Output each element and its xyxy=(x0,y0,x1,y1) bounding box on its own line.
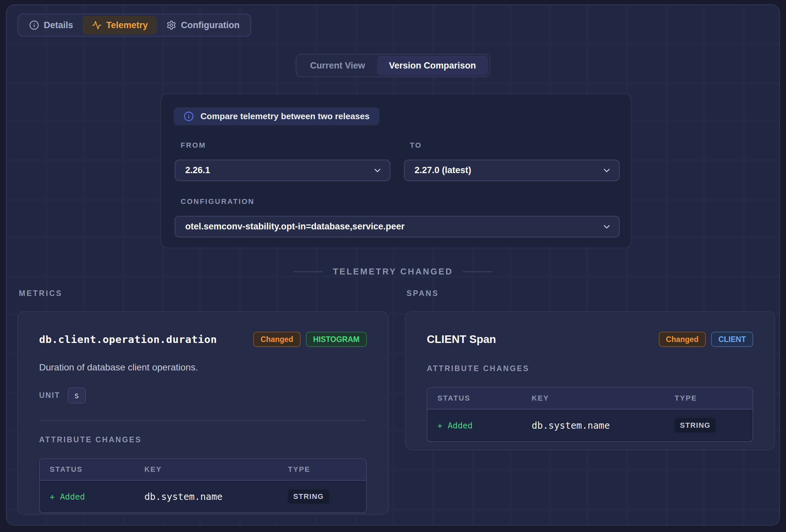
to-label: TO xyxy=(410,141,422,150)
from-version-value: 2.26.1 xyxy=(175,165,210,175)
span-name: CLIENT Span xyxy=(427,333,496,346)
telemetry-changed-label: TELEMETRY CHANGED xyxy=(333,266,453,277)
metric-name: db.client.operation.duration xyxy=(39,333,217,345)
attribute-changes-table: STATUS KEY TYPE + Added db.system.name S… xyxy=(39,458,367,513)
metric-badges: Changed HISTOGRAM xyxy=(253,332,367,347)
metric-card: db.client.operation.duration Changed HIS… xyxy=(17,311,389,515)
unit-label: UNIT xyxy=(39,391,60,400)
column-status: STATUS xyxy=(40,465,135,474)
version-comparison-panel: Compare telemetry between two releases F… xyxy=(160,93,631,248)
info-icon xyxy=(184,111,194,121)
to-version-value: 2.27.0 (latest) xyxy=(404,165,471,175)
status-text: Added xyxy=(448,421,472,430)
metric-card-header: db.client.operation.duration Changed HIS… xyxy=(39,332,367,347)
attribute-changes-table: STATUS KEY TYPE + Added db.system.name S… xyxy=(427,387,753,442)
info-icon xyxy=(29,20,39,30)
toggle-version-comparison[interactable]: Version Comparison xyxy=(377,56,488,75)
type-chip: STRING xyxy=(675,418,716,433)
span-card-header: CLIENT Span Changed CLIENT xyxy=(427,332,753,347)
span-badges: Changed CLIENT xyxy=(659,332,753,347)
card-divider xyxy=(39,420,367,421)
top-tab-bar: Details Telemetry Configuration xyxy=(18,14,251,37)
key-cell: db.system.name xyxy=(522,420,665,431)
column-key: KEY xyxy=(135,465,278,474)
configuration-value: otel.semconv-stability.opt-in=database,s… xyxy=(175,221,404,232)
type-cell: STRING xyxy=(278,489,366,504)
status-cell: + Added xyxy=(427,421,522,430)
tab-configuration-label: Configuration xyxy=(181,20,239,30)
metric-description: Duration of database client operations. xyxy=(39,362,367,373)
attribute-changes-label: ATTRIBUTE CHANGES xyxy=(427,364,753,373)
tab-telemetry[interactable]: Telemetry xyxy=(83,16,157,35)
table-header-row: STATUS KEY TYPE xyxy=(40,459,366,481)
column-type: TYPE xyxy=(278,465,366,474)
status-text: Added xyxy=(60,492,85,502)
changed-badge: Changed xyxy=(659,332,706,347)
metrics-section-label: METRICS xyxy=(19,289,63,298)
plus-icon: + xyxy=(437,421,442,430)
key-cell: db.system.name xyxy=(135,491,278,502)
status-cell: + Added xyxy=(40,492,135,502)
table-row: + Added db.system.name STRING xyxy=(40,481,366,512)
column-key: KEY xyxy=(522,394,665,403)
configuration-label: CONFIGURATION xyxy=(181,197,254,206)
attribute-changes-label: ATTRIBUTE CHANGES xyxy=(39,435,367,444)
telemetry-changed-divider: TELEMETRY CHANGED xyxy=(7,266,779,277)
info-banner-text: Compare telemetry between two releases xyxy=(201,111,369,121)
plus-icon: + xyxy=(50,492,55,502)
spans-section-label: SPANS xyxy=(407,289,439,298)
tab-details-label: Details xyxy=(44,20,73,30)
client-badge: CLIENT xyxy=(711,332,753,347)
from-label: FROM xyxy=(181,141,206,150)
divider-line xyxy=(463,271,492,272)
unit-row: UNIT s xyxy=(39,387,367,404)
column-type: TYPE xyxy=(665,394,753,403)
tab-details[interactable]: Details xyxy=(20,16,83,35)
main-container: Details Telemetry Configuration Current … xyxy=(6,4,780,526)
table-row: + Added db.system.name STRING xyxy=(427,410,753,441)
divider-line xyxy=(294,271,323,272)
view-mode-toggle: Current View Version Comparison xyxy=(296,54,490,77)
toggle-current-view[interactable]: Current View xyxy=(298,56,377,75)
type-cell: STRING xyxy=(665,418,753,433)
activity-icon xyxy=(92,20,102,30)
column-status: STATUS xyxy=(427,394,522,403)
type-chip: STRING xyxy=(288,489,329,504)
span-card: CLIENT Span Changed CLIENT ATTRIBUTE CHA… xyxy=(405,311,775,450)
unit-value-chip: s xyxy=(68,387,86,404)
info-banner: Compare telemetry between two releases xyxy=(174,107,379,125)
gear-icon xyxy=(166,20,176,30)
configuration-select[interactable]: otel.semconv-stability.opt-in=database,s… xyxy=(175,216,620,237)
tab-telemetry-label: Telemetry xyxy=(107,20,148,30)
from-version-select[interactable]: 2.26.1 xyxy=(175,160,390,181)
to-version-select[interactable]: 2.27.0 (latest) xyxy=(404,160,620,181)
tab-configuration[interactable]: Configuration xyxy=(157,16,249,35)
table-header-row: STATUS KEY TYPE xyxy=(427,388,753,410)
histogram-badge: HISTOGRAM xyxy=(306,332,367,347)
changed-badge: Changed xyxy=(253,332,300,347)
